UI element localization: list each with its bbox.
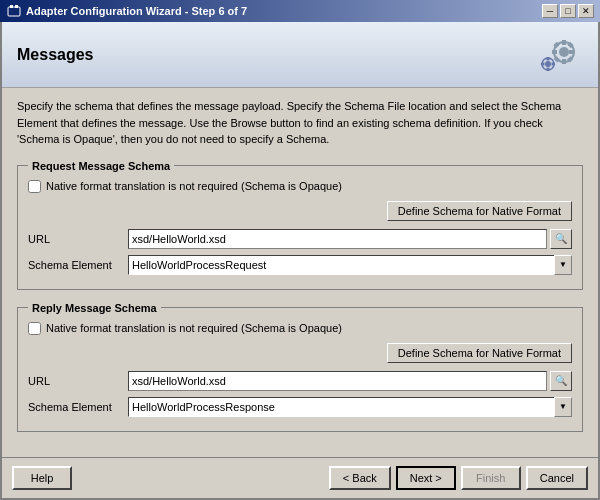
- svg-rect-15: [546, 57, 549, 61]
- svg-rect-7: [552, 50, 557, 54]
- reply-url-browse-button[interactable]: 🔍: [550, 371, 572, 391]
- gear-icon: [523, 32, 583, 77]
- request-opaque-label: Native format translation is not require…: [46, 180, 342, 192]
- reply-url-row: URL 🔍: [28, 371, 572, 391]
- reply-schema-fieldset: Reply Message Schema Native format trans…: [17, 302, 583, 432]
- reply-schema-element-label: Schema Element: [28, 401, 128, 413]
- request-url-input[interactable]: [128, 229, 547, 249]
- help-button[interactable]: Help: [12, 466, 72, 490]
- request-define-btn-row: Define Schema for Native Format: [28, 201, 572, 221]
- request-browse-icon: 🔍: [555, 233, 567, 244]
- svg-rect-2: [15, 5, 18, 8]
- wizard-content: Specify the schema that defines the mess…: [2, 88, 598, 457]
- request-schema-legend: Request Message Schema: [28, 160, 174, 172]
- reply-schema-element-row: Schema Element HelloWorldProcessResponse…: [28, 397, 572, 417]
- svg-rect-17: [541, 63, 545, 66]
- close-button[interactable]: ✕: [578, 4, 594, 18]
- maximize-button[interactable]: □: [560, 4, 576, 18]
- request-schema-element-arrow[interactable]: ▼: [554, 255, 572, 275]
- request-schema-element-select[interactable]: HelloWorldProcessRequest: [128, 255, 572, 275]
- wizard-window: Messages: [0, 22, 600, 500]
- reply-schema-element-arrow[interactable]: ▼: [554, 397, 572, 417]
- wizard-icon: [6, 3, 22, 19]
- svg-rect-1: [10, 5, 13, 8]
- request-url-input-wrap: 🔍: [128, 229, 572, 249]
- reply-url-label: URL: [28, 375, 128, 387]
- footer-left: Help: [12, 466, 72, 490]
- reply-schema-element-select[interactable]: HelloWorldProcessResponse: [128, 397, 572, 417]
- wizard-header: Messages: [2, 22, 598, 88]
- reply-opaque-label: Native format translation is not require…: [46, 322, 342, 334]
- title-bar: Adapter Configuration Wizard - Step 6 of…: [0, 0, 600, 22]
- cancel-button[interactable]: Cancel: [526, 466, 588, 490]
- svg-rect-8: [569, 50, 574, 54]
- request-url-browse-button[interactable]: 🔍: [550, 229, 572, 249]
- back-button[interactable]: < Back: [329, 466, 391, 490]
- wizard-footer: Help < Back Next > Finish Cancel: [2, 457, 598, 498]
- reply-opaque-checkbox[interactable]: [28, 322, 41, 335]
- request-define-schema-button[interactable]: Define Schema for Native Format: [387, 201, 572, 221]
- reply-schema-legend: Reply Message Schema: [28, 302, 161, 314]
- request-schema-element-dropdown-container: HelloWorldProcessRequest ▼: [128, 255, 572, 275]
- reply-opaque-row: Native format translation is not require…: [28, 322, 572, 335]
- svg-rect-16: [546, 68, 549, 72]
- reply-define-btn-row: Define Schema for Native Format: [28, 343, 572, 363]
- reply-browse-icon: 🔍: [555, 375, 567, 386]
- reply-schema-element-dropdown-container: HelloWorldProcessResponse ▼: [128, 397, 572, 417]
- request-schema-element-label: Schema Element: [28, 259, 128, 271]
- svg-point-14: [545, 61, 551, 67]
- description-text: Specify the schema that defines the mess…: [17, 98, 583, 148]
- reply-url-input-wrap: 🔍: [128, 371, 572, 391]
- finish-button[interactable]: Finish: [461, 466, 521, 490]
- request-opaque-checkbox[interactable]: [28, 180, 41, 193]
- footer-right: < Back Next > Finish Cancel: [329, 466, 588, 490]
- request-schema-fieldset: Request Message Schema Native format tra…: [17, 160, 583, 290]
- request-url-label: URL: [28, 233, 128, 245]
- svg-rect-5: [562, 40, 566, 45]
- reply-url-input[interactable]: [128, 371, 547, 391]
- minimize-button[interactable]: ─: [542, 4, 558, 18]
- request-url-row: URL 🔍: [28, 229, 572, 249]
- wizard-title: Messages: [17, 46, 94, 64]
- request-opaque-row: Native format translation is not require…: [28, 180, 572, 193]
- title-bar-text: Adapter Configuration Wizard - Step 6 of…: [26, 5, 247, 17]
- next-button[interactable]: Next >: [396, 466, 456, 490]
- request-schema-element-row: Schema Element HelloWorldProcessRequest …: [28, 255, 572, 275]
- window-controls: ─ □ ✕: [542, 4, 594, 18]
- reply-define-schema-button[interactable]: Define Schema for Native Format: [387, 343, 572, 363]
- svg-rect-0: [8, 7, 20, 16]
- svg-rect-18: [551, 63, 555, 66]
- svg-point-4: [559, 47, 569, 57]
- svg-rect-6: [562, 59, 566, 64]
